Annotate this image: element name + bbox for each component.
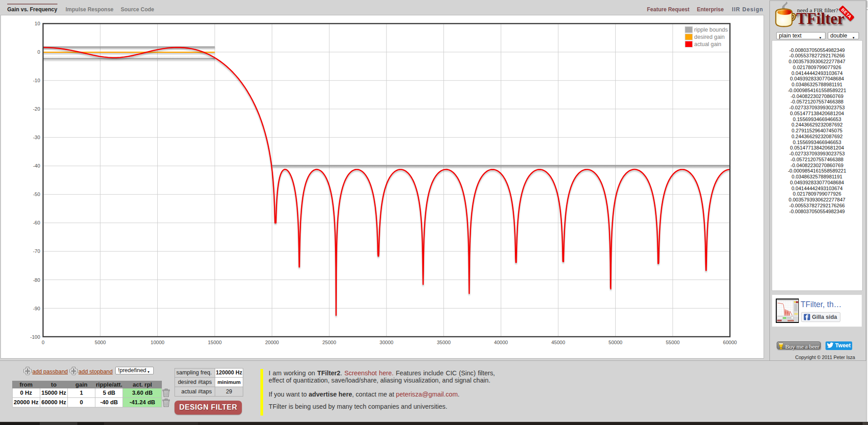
svg-text:-70: -70 (33, 248, 40, 254)
svg-text:20000: 20000 (265, 340, 279, 345)
svg-text:-20: -20 (33, 106, 40, 112)
svg-text:60000: 60000 (723, 340, 737, 345)
svg-text:30000: 30000 (380, 340, 394, 345)
svg-text:-30: -30 (33, 135, 40, 140)
svg-text:0: 0 (38, 49, 40, 55)
svg-text:ripple bounds: ripple bounds (694, 27, 728, 33)
svg-text:0: 0 (42, 340, 44, 345)
svg-text:10: 10 (35, 21, 40, 26)
svg-text:-80: -80 (33, 277, 40, 283)
svg-text:-100: -100 (30, 334, 40, 340)
svg-text:-90: -90 (33, 306, 40, 311)
svg-text:desired gain: desired gain (694, 34, 725, 40)
svg-text:25000: 25000 (322, 340, 336, 345)
svg-text:-60: -60 (33, 220, 40, 225)
svg-text:-10: -10 (33, 78, 40, 83)
svg-text:-50: -50 (33, 191, 40, 197)
svg-text:50000: 50000 (609, 340, 623, 345)
svg-text:55000: 55000 (666, 340, 680, 345)
svg-text:35000: 35000 (437, 340, 451, 345)
svg-text:45000: 45000 (552, 340, 566, 345)
svg-text:10000: 10000 (151, 340, 165, 345)
svg-text:15000: 15000 (208, 340, 222, 345)
svg-text:40000: 40000 (494, 340, 508, 345)
svg-text:-40: -40 (33, 163, 40, 168)
svg-text:actual gain: actual gain (694, 41, 722, 47)
svg-text:5000: 5000 (95, 340, 106, 345)
